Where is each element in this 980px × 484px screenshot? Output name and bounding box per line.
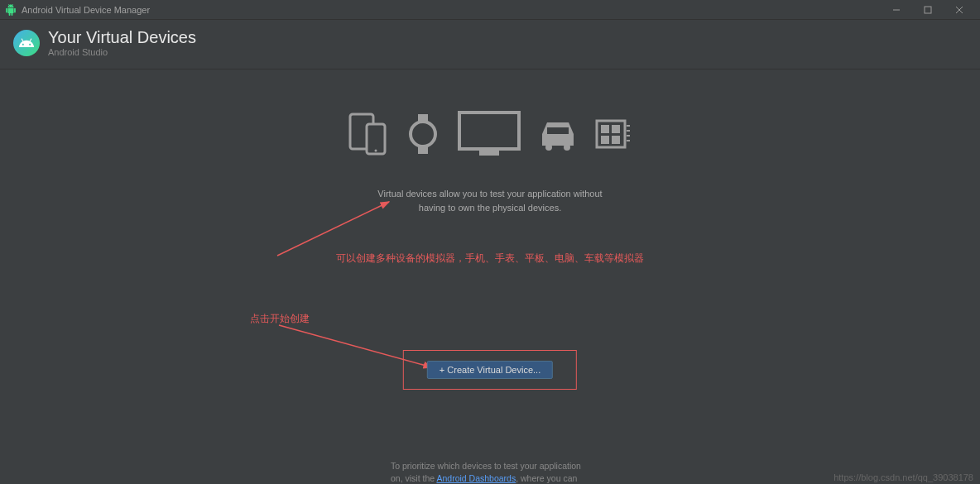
iot-icon xyxy=(595,117,632,154)
maximize-icon xyxy=(924,6,932,14)
page-subtitle: Android Studio xyxy=(48,47,196,57)
close-icon xyxy=(955,6,963,14)
svg-point-14 xyxy=(564,144,570,151)
maximize-button[interactable] xyxy=(912,0,944,20)
svg-rect-10 xyxy=(459,113,519,149)
titlebar: Android Virtual Device Manager xyxy=(0,0,980,20)
android-icon xyxy=(5,4,17,16)
watch-icon xyxy=(406,113,440,159)
svg-point-6 xyxy=(375,150,377,152)
svg-point-8 xyxy=(411,122,435,146)
svg-rect-1 xyxy=(925,7,931,13)
create-button-highlight: + Create Virtual Device... xyxy=(403,350,577,390)
svg-rect-18 xyxy=(601,136,609,144)
phone-tablet-icon xyxy=(348,113,388,159)
svg-rect-11 xyxy=(479,151,499,156)
main-content: 可以创建多种设备的模拟器，手机、手表、平板、电脑、车载等模拟器 Virtual … xyxy=(0,111,980,484)
svg-rect-12 xyxy=(547,127,569,134)
description-text: Virtual devices allow you to test your a… xyxy=(0,187,980,214)
tv-icon xyxy=(458,111,521,161)
watermark: https://blog.csdn.net/qq_39038178 xyxy=(833,472,973,482)
description-line2: having to own the physical devices. xyxy=(419,203,561,213)
svg-rect-16 xyxy=(601,125,609,133)
annotation-click: 点击开始创建 xyxy=(250,312,310,326)
page-title: Your Virtual Devices xyxy=(48,28,196,47)
minimize-icon xyxy=(892,6,901,14)
android-dashboards-link[interactable]: Android Dashboards xyxy=(436,473,516,483)
close-button[interactable] xyxy=(944,0,975,20)
svg-rect-17 xyxy=(612,125,620,133)
svg-rect-19 xyxy=(612,136,620,144)
device-type-icons xyxy=(0,111,980,161)
header: Your Virtual Devices Android Studio xyxy=(0,20,980,69)
svg-rect-9 xyxy=(418,147,428,154)
svg-point-13 xyxy=(545,144,552,151)
svg-rect-7 xyxy=(418,114,428,121)
car-icon xyxy=(539,116,577,156)
header-text: Your Virtual Devices Android Studio xyxy=(48,28,196,57)
footer-info: To prioritize which devices to test your… xyxy=(391,460,589,484)
window-title: Android Virtual Device Manager xyxy=(22,5,881,15)
minimize-button[interactable] xyxy=(881,0,912,20)
app-icon xyxy=(13,30,40,56)
description-line1: Virtual devices allow you to test your a… xyxy=(377,189,602,199)
annotation-devices: 可以创建多种设备的模拟器，手机、手表、平板、电脑、车载等模拟器 xyxy=(336,252,644,266)
window-controls xyxy=(881,0,975,20)
create-virtual-device-button[interactable]: + Create Virtual Device... xyxy=(427,361,553,379)
